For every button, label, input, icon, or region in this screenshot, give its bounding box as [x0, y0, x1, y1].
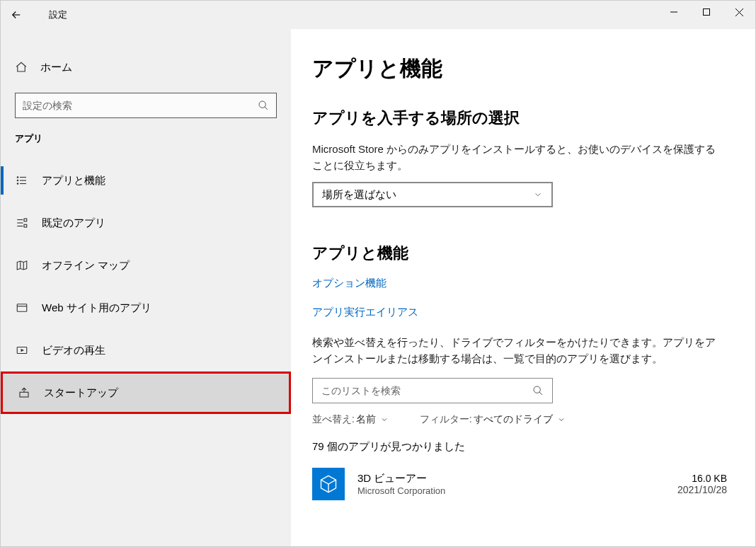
- app-list-item[interactable]: 3D ビューアー Microsoft Corporation 16.0 KB 2…: [312, 468, 734, 500]
- maximize-icon: [703, 8, 710, 16]
- app-count: 79 個のアプリが見つかりました: [312, 440, 734, 454]
- install-source-select[interactable]: 場所を選ばない: [312, 182, 553, 207]
- sort-label: 並べ替え:: [312, 413, 355, 426]
- map-icon: [15, 258, 29, 272]
- svg-marker-22: [21, 349, 25, 352]
- chevron-down-icon: [557, 415, 566, 424]
- svg-point-10: [17, 180, 18, 181]
- main-content: アプリと機能 アプリを入手する場所の選択 Microsoft Store からの…: [291, 29, 755, 546]
- titlebar: 設定: [1, 1, 755, 29]
- list-description: 検索や並べ替えを行ったり、ドライブでフィルターをかけたりできます。アプリをアンイ…: [312, 335, 723, 367]
- home-link[interactable]: ホーム: [1, 50, 291, 84]
- chevron-down-icon: [533, 190, 543, 200]
- nav-offline-maps[interactable]: オフライン マップ: [1, 244, 291, 287]
- section-label: アプリ: [1, 132, 291, 145]
- optional-features-link[interactable]: オプション機能: [312, 277, 734, 290]
- close-icon: [735, 8, 743, 16]
- nav-label: スタートアップ: [44, 386, 118, 400]
- home-label: ホーム: [40, 61, 72, 74]
- app-date: 2021/10/28: [677, 484, 727, 495]
- filter-dropdown[interactable]: フィルター: すべてのドライブ: [420, 413, 566, 426]
- window-controls: [658, 1, 755, 23]
- startup-icon: [17, 386, 31, 400]
- svg-point-9: [17, 177, 18, 178]
- svg-rect-15: [24, 219, 27, 221]
- svg-rect-23: [20, 392, 28, 397]
- settings-search-input[interactable]: [23, 100, 258, 111]
- svg-point-4: [259, 101, 265, 108]
- source-description: Microsoft Store からのみアプリをインストールすると、お使いのデバ…: [312, 142, 723, 173]
- nav-label: 既定のアプリ: [42, 217, 105, 230]
- svg-rect-16: [24, 224, 27, 227]
- home-icon: [15, 61, 28, 74]
- defaults-icon: [15, 216, 29, 230]
- app-alias-link[interactable]: アプリ実行エイリアス: [312, 306, 734, 319]
- list-icon: [15, 173, 29, 188]
- search-icon: [532, 385, 544, 396]
- select-value: 場所を選ばない: [322, 188, 396, 202]
- page-title: アプリと機能: [312, 54, 734, 84]
- nav-label: アプリと機能: [42, 174, 105, 188]
- settings-search[interactable]: [15, 93, 277, 118]
- svg-rect-19: [17, 304, 27, 312]
- arrow-left-icon: [10, 8, 23, 21]
- sidebar: ホーム アプリ アプリと機能 既定のアプリ オフライン マップ Web サイト用…: [1, 29, 291, 546]
- app-size: 16.0 KB: [677, 473, 727, 484]
- nav-apps-features[interactable]: アプリと機能: [1, 159, 291, 202]
- svg-rect-1: [704, 9, 710, 16]
- app-icon: [312, 468, 345, 500]
- sort-dropdown[interactable]: 並べ替え: 名前: [312, 413, 389, 426]
- apps-heading: アプリと機能: [312, 243, 734, 264]
- app-name: 3D ビューアー: [357, 472, 677, 485]
- app-publisher: Microsoft Corporation: [357, 485, 677, 496]
- close-button[interactable]: [723, 1, 755, 23]
- nav-label: ビデオの再生: [42, 344, 105, 357]
- minimize-button[interactable]: [658, 1, 690, 23]
- minimize-icon: [670, 8, 677, 16]
- nav-label: オフライン マップ: [42, 259, 130, 272]
- nav-video-playback[interactable]: ビデオの再生: [1, 329, 291, 372]
- maximize-button[interactable]: [690, 1, 723, 23]
- back-button[interactable]: [1, 1, 32, 29]
- nav-label: Web サイト用のアプリ: [42, 301, 151, 315]
- window-title: 設定: [49, 8, 67, 21]
- svg-point-11: [17, 183, 18, 185]
- chevron-down-icon: [380, 415, 389, 424]
- app-list-search[interactable]: [312, 378, 553, 403]
- cube-icon: [319, 474, 338, 494]
- video-icon: [15, 343, 29, 357]
- svg-point-25: [534, 386, 540, 393]
- search-icon: [258, 100, 269, 111]
- apps-websites-icon: [15, 301, 29, 315]
- nav-apps-for-websites[interactable]: Web サイト用のアプリ: [1, 287, 291, 329]
- nav-startup[interactable]: スタートアップ: [1, 372, 291, 414]
- svg-line-5: [265, 107, 268, 110]
- filter-value: すべてのドライブ: [474, 413, 553, 426]
- svg-line-26: [539, 392, 542, 395]
- source-heading: アプリを入手する場所の選択: [312, 108, 734, 129]
- app-list-search-input[interactable]: [321, 385, 532, 396]
- nav-default-apps[interactable]: 既定のアプリ: [1, 202, 291, 244]
- sort-filter-row: 並べ替え: 名前 フィルター: すべてのドライブ: [312, 413, 734, 426]
- sort-value: 名前: [356, 413, 376, 426]
- filter-label: フィルター:: [420, 413, 472, 426]
